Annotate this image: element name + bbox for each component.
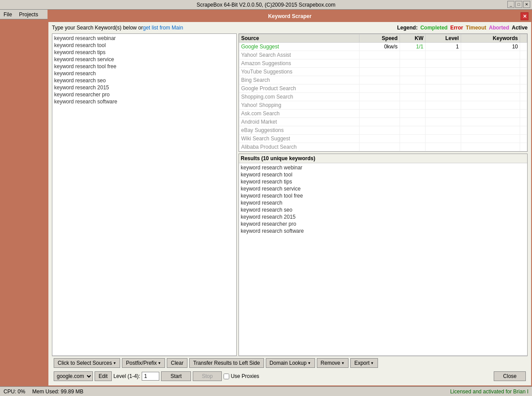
result-item[interactable]: keyword research 2015: [240, 213, 526, 220]
title-bar: ScrapeBox 64-Bit V2.0.0.50, (C)2009-2015…: [0, 0, 532, 10]
select-sources-button[interactable]: Click to Select Sources ▼: [54, 358, 120, 368]
source-row[interactable]: Google Suggest0kw/s1/1110: [239, 43, 527, 51]
keyword-list[interactable]: keyword research webinarkeyword research…: [52, 33, 237, 356]
edit-button[interactable]: Edit: [95, 371, 112, 381]
result-item[interactable]: keyword research webinar: [240, 164, 526, 171]
mem-status: Mem Used: 99.89 MB: [32, 389, 83, 395]
remove-button[interactable]: Remove ▼: [317, 358, 349, 368]
col-speed: Speed: [360, 34, 400, 43]
domain-lookup-button[interactable]: Domain Lookup ▼: [266, 358, 315, 368]
google-domain-select[interactable]: google.com: [54, 371, 93, 381]
col-kw: KW: [400, 34, 426, 43]
left-panel: keyword research webinarkeyword research…: [52, 33, 237, 356]
use-proxies-label[interactable]: Use Proxies: [224, 373, 259, 379]
stop-button[interactable]: Stop: [193, 371, 222, 381]
header-row: Type your Search Keyword(s) below or get…: [52, 25, 528, 31]
result-item[interactable]: keyword research tool free: [240, 192, 526, 199]
col-keywords: Keywords: [461, 34, 520, 43]
bottom-controls-row1: Click to Select Sources ▼ Postfix/Prefix…: [52, 356, 528, 370]
dialog-close-button[interactable]: ✕: [521, 12, 528, 20]
close-button[interactable]: Close: [494, 371, 526, 381]
clear-button[interactable]: Clear: [167, 358, 187, 368]
status-bar: CPU: 0% Mem Used: 99.89 MB Licensed and …: [0, 386, 532, 396]
keyword-header-text: Type your Search Keyword(s) below or: [52, 25, 143, 31]
results-list[interactable]: keyword research webinarkeyword research…: [239, 163, 527, 235]
result-item[interactable]: keyword research tool: [240, 171, 526, 178]
content-panels: keyword research webinarkeyword research…: [52, 33, 528, 356]
result-item[interactable]: keyword research tips: [240, 178, 526, 185]
dialog-title-text: Keyword Scraper: [268, 13, 312, 19]
level-input[interactable]: [142, 372, 159, 381]
legend-timeout: Timeout: [466, 25, 486, 31]
source-row[interactable]: Google Product Search: [239, 84, 527, 93]
remove-arrow-icon: ▼: [341, 361, 345, 365]
keyword-list-item[interactable]: keyword research service: [53, 56, 235, 63]
start-button[interactable]: Start: [161, 371, 191, 381]
use-proxies-checkbox[interactable]: [224, 374, 229, 379]
keyword-list-item[interactable]: keyword researcher pro: [53, 91, 235, 98]
source-row[interactable]: eBay Suggestions: [239, 126, 527, 135]
keyword-list-item[interactable]: keyword research tool free: [53, 63, 235, 70]
col-scroll: [520, 34, 527, 43]
minimize-button[interactable]: _: [507, 1, 514, 8]
sources-table-container: Source Speed KW Level Keywords Google Su…: [238, 33, 528, 152]
source-row[interactable]: Shopping.com Search: [239, 93, 527, 101]
dialog-body: Type your Search Keyword(s) below or get…: [48, 22, 531, 385]
license-status: Licensed and activated for Brian I: [450, 389, 528, 395]
close-button[interactable]: ✕: [523, 1, 530, 8]
result-item[interactable]: keyword research software: [240, 227, 526, 235]
dialog-title-bar: Keyword Scraper ✕: [48, 11, 531, 22]
legend-completed: Completed: [420, 25, 448, 31]
result-item[interactable]: keyword research: [240, 199, 526, 206]
legend-active: Active: [512, 25, 528, 31]
keyword-list-item[interactable]: keyword research: [53, 70, 235, 77]
source-row[interactable]: Amazon Suggestions: [239, 59, 527, 68]
transfer-button[interactable]: Transfer Results to Left Side: [189, 358, 264, 368]
source-row[interactable]: Android Market: [239, 118, 527, 126]
col-level: Level: [426, 34, 461, 43]
menu-projects[interactable]: Projects: [17, 11, 40, 18]
keyword-list-item[interactable]: keyword research webinar: [53, 35, 235, 42]
source-row[interactable]: Ask.com Search: [239, 110, 527, 118]
result-item[interactable]: keyword research service: [240, 185, 526, 192]
maximize-button[interactable]: □: [515, 1, 522, 8]
source-row[interactable]: Wiki Search Suggest: [239, 135, 527, 143]
keyword-list-item[interactable]: keyword research software: [53, 98, 235, 105]
keyword-list-item[interactable]: keyword research seo: [53, 77, 235, 84]
select-sources-arrow-icon: ▼: [113, 361, 116, 365]
results-container: Results (10 unique keywords) keyword res…: [238, 154, 528, 356]
source-row[interactable]: Alibaba Product Search: [239, 143, 527, 151]
results-header: Results (10 unique keywords): [239, 154, 527, 163]
legend-aborted: Aborted: [489, 25, 509, 31]
keyword-list-item[interactable]: keyword research 2015: [53, 84, 235, 91]
bottom-controls-row2: google.com Edit Level (1-4): Start Stop …: [52, 370, 528, 383]
result-item[interactable]: keyword research seo: [240, 206, 526, 213]
postfix-arrow-icon: ▼: [158, 361, 161, 365]
source-row[interactable]: Yahoo! Search Assist: [239, 51, 527, 59]
legend-error: Error: [450, 25, 463, 31]
source-row[interactable]: Bing Search: [239, 76, 527, 84]
keyword-list-item[interactable]: keyword research tool: [53, 42, 235, 49]
menu-file[interactable]: File: [2, 11, 14, 18]
source-row[interactable]: Yahoo! Shopping: [239, 101, 527, 110]
legend-label: Legend:: [397, 25, 418, 31]
sources-table: Source Speed KW Level Keywords Google Su…: [239, 34, 527, 151]
result-item[interactable]: keyword researcher pro: [240, 220, 526, 227]
export-button[interactable]: Export ▼: [350, 358, 378, 368]
source-row[interactable]: YouTube Suggestions: [239, 68, 527, 76]
title-bar-controls: _ □ ✕: [507, 1, 530, 8]
cpu-status: CPU: 0%: [4, 389, 25, 395]
col-source: Source: [239, 34, 360, 43]
legend-area: Legend: Completed Error Timeout Aborted …: [397, 25, 528, 31]
app-title: ScrapeBox 64-Bit V2.0.0.50, (C)2009-2015…: [197, 2, 336, 8]
domain-lookup-arrow-icon: ▼: [308, 361, 311, 365]
level-label: Level (1-4):: [114, 373, 140, 379]
keyword-scraper-dialog: Keyword Scraper ✕ Type your Search Keywo…: [48, 10, 532, 386]
export-arrow-icon: ▼: [371, 361, 374, 365]
get-list-link[interactable]: get list from Main: [143, 25, 183, 31]
right-panel: Source Speed KW Level Keywords Google Su…: [238, 33, 528, 356]
keyword-list-item[interactable]: keyword research tips: [53, 49, 235, 56]
postfix-prefix-button[interactable]: Postfix/Prefix ▼: [122, 358, 165, 368]
